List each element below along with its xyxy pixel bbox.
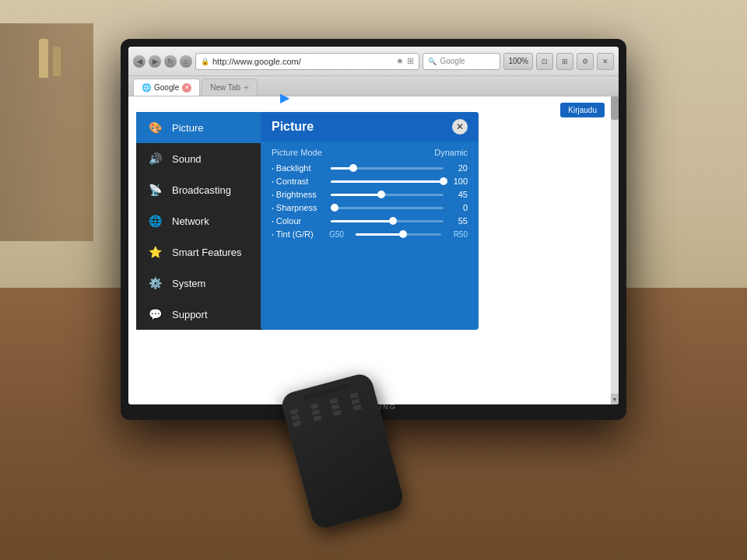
tint-right-label: R50 [444,230,468,239]
support-icon: 💬 [146,305,164,324]
tab-google[interactable]: 🌐 Google ✕ [133,79,200,96]
menu-item-network[interactable]: 🌐 Network [136,205,276,236]
sharpness-label: • Sharpness [272,203,326,212]
menu-item-system[interactable]: ⚙️ System [136,268,276,299]
colour-row: • Colour 55 [272,216,468,226]
tab-new[interactable]: New Tab + [202,79,258,96]
picture-mode-label: Picture Mode [272,148,322,157]
contrast-label: • Contrast [272,177,326,186]
backlight-label: • Backlight [272,163,326,173]
brightness-fill [331,194,381,196]
picture-mode-value: Dynamic [434,148,468,157]
login-button[interactable]: Kirjaudu [560,103,605,117]
browser-close-button[interactable]: ✕ [597,53,614,70]
new-tab-add: + [244,82,249,93]
menu-panel: 🎨 Picture 🔊 Sound 📡 Broadcasting 🌐 Netwo… [136,112,276,330]
page-content: Kirjaudu ▲ ▼ 🎨 Picture 🔊 Sound [128,96,619,404]
tabs-bar: 🌐 Google ✕ ▶ New Tab + [128,76,619,96]
contrast-value: 100 [448,177,468,186]
tab-label: Google [154,83,179,92]
backlight-slider[interactable] [331,167,444,170]
dialog-header: Picture ✕ [261,112,479,142]
colour-label: • Colour [272,216,326,226]
sound-icon: 🔊 [146,149,164,168]
colour-fill [331,220,393,222]
colour-slider[interactable] [331,220,444,222]
colour-value: 55 [448,216,468,226]
sharpness-thumb [331,204,338,212]
contrast-fill [331,180,444,183]
colour-thumb [389,217,397,225]
tint-row: • Tint (G/R) G50 R50 [272,229,468,239]
browser-home-button[interactable]: ⌂ [180,55,192,68]
system-icon: ⚙️ [146,274,164,292]
search-label: Google [440,57,465,65]
backlight-value: 20 [448,163,468,173]
network-icon: 🌐 [146,212,164,230]
side-furniture [0,23,93,241]
remote-btn-12[interactable] [352,404,361,411]
sharpness-value: 0 [448,203,468,212]
smart-features-icon: ⭐ [146,243,164,261]
browser-refresh-button[interactable]: ↻ [164,55,177,68]
close-x-icon: ✕ [456,121,464,132]
brightness-label: • Brightness [272,190,326,199]
brightness-thumb [377,191,385,198]
menu-item-picture[interactable]: 🎨 Picture [136,112,276,143]
browser-toolbar: ◀ ▶ ↻ ⌂ 🔒 http://www.google.com/ ★ ⊞ 🔍 G… [128,47,619,76]
tint-thumb [399,230,407,238]
new-tab-arrow: ▶ [280,90,289,105]
remote-btn-10[interactable] [313,415,321,422]
menu-item-support[interactable]: 💬 Support [136,299,276,330]
scrollbar-thumb[interactable] [611,96,619,120]
star-icon: ★ [396,56,404,66]
tv-bezel: ◀ ▶ ↻ ⌂ 🔒 http://www.google.com/ ★ ⊞ 🔍 G… [121,39,626,420]
contrast-row: • Contrast 100 [272,177,468,186]
menu-broadcasting-label: Broadcasting [172,184,231,196]
scroll-down-button[interactable]: ▼ [611,394,619,404]
remote-btn-9[interactable] [293,421,301,427]
browser-back-button[interactable]: ◀ [133,55,146,68]
menu-item-sound[interactable]: 🔊 Sound [136,143,276,174]
address-text: http://www.google.com/ [212,57,301,66]
bookmark-icon: ⊞ [407,56,414,66]
backlight-row: • Backlight 20 [272,163,468,173]
brightness-row: • Brightness 45 [272,190,468,199]
settings-overlay: 🎨 Picture 🔊 Sound 📡 Broadcasting 🌐 Netwo… [136,112,440,330]
menu-item-broadcasting[interactable]: 📡 Broadcasting [136,174,276,205]
tab-favicon: 🌐 [142,83,151,92]
dialog-title: Picture [272,120,314,134]
browser-action-2[interactable]: ⊞ [556,53,573,70]
tint-fill [356,233,403,236]
menu-system-label: System [172,278,205,289]
broadcasting-icon: 📡 [146,180,164,199]
zoom-level: 100% [503,53,533,70]
scrollbar[interactable]: ▲ ▼ [611,96,619,404]
remote-btn-11[interactable] [333,410,342,416]
picture-mode-row: Picture Mode Dynamic [272,148,468,157]
menu-network-label: Network [172,215,209,227]
sharpness-row: • Sharpness 0 [272,203,468,212]
address-bar[interactable]: 🔒 http://www.google.com/ ★ ⊞ [195,53,419,70]
brightness-slider[interactable] [331,194,444,196]
menu-sound-label: Sound [172,153,202,165]
search-bar[interactable]: 🔍 Google [423,53,500,70]
menu-support-label: Support [172,309,208,320]
menu-smart-features-label: Smart Features [172,247,242,258]
backlight-thumb [349,164,357,172]
dialog-content: Picture Mode Dynamic • Backlight [261,142,479,249]
tab-close-button[interactable]: ✕ [182,83,191,93]
contrast-slider[interactable] [331,180,444,183]
new-tab-label: New Tab [210,83,240,92]
browser-forward-button[interactable]: ▶ [149,55,161,68]
dialog-close-button[interactable]: ✕ [452,119,468,135]
menu-item-smart-features[interactable]: ⭐ Smart Features [136,236,276,268]
picture-icon: 🎨 [146,118,164,137]
tint-slider[interactable] [356,233,441,236]
menu-picture-label: Picture [172,122,203,134]
sharpness-slider[interactable] [331,207,444,209]
picture-dialog: Picture ✕ Picture Mode Dynamic [261,112,479,330]
browser-action-1[interactable]: ⊡ [536,53,553,70]
browser-action-3[interactable]: ⚙ [577,53,594,70]
contrast-thumb [440,177,447,185]
